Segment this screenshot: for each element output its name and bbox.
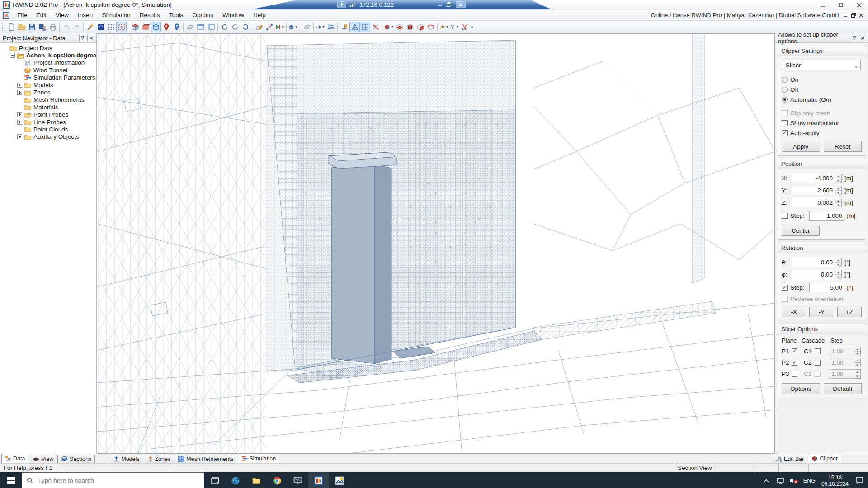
position-step-input[interactable]: 1.000 [809,211,844,221]
tree-item-auxiliary-objects[interactable]: Auxiliary Objects [0,133,96,141]
clipper-pin-icon[interactable] [851,35,858,41]
wind-tunnel-edit-icon[interactable] [140,22,151,32]
radio-automatic[interactable]: Automatic (On) [782,95,862,104]
model-box-icon[interactable] [151,22,161,32]
menu-window[interactable]: Window [218,10,249,20]
radio-on[interactable]: On [782,75,862,84]
chrome-icon[interactable] [267,472,288,488]
checkbox-icon[interactable] [792,360,797,366]
mdi-restore-icon[interactable] [851,12,856,19]
connect-icon[interactable] [264,22,274,32]
apply-button[interactable]: Apply [782,141,820,152]
rotation-theta-input[interactable]: 0.00 [792,258,835,267]
rdp-pin-icon[interactable] [337,1,346,8]
print-icon[interactable] [47,22,58,32]
tree-expander-icon[interactable] [17,134,22,139]
menu-tools[interactable]: Tools [165,10,188,20]
rwind-icon[interactable] [308,472,329,488]
file-explorer-icon[interactable] [246,472,267,488]
undo-icon[interactable] [61,22,71,32]
tree-item-project-information[interactable]: Project Information [0,59,96,66]
wizard-icon[interactable] [85,22,95,32]
rdp-restore-icon[interactable] [447,1,451,8]
rotate-2-icon[interactable] [230,22,240,32]
spinner[interactable]: ▲▼ [835,198,842,207]
tree-item-models[interactable]: Models [0,81,96,89]
run-simulation-icon[interactable]: ▼ [274,22,285,32]
menu-options[interactable]: Options [188,10,218,20]
radio-icon[interactable] [782,77,788,83]
radio-off[interactable]: Off [782,85,862,94]
menu-edit[interactable]: Edit [32,10,51,20]
tree-item-project-data[interactable]: Project Data [0,44,96,52]
tree-item-point-clouds[interactable]: Point Clouds [0,126,96,133]
tab-models[interactable]: Models [110,455,143,463]
position-z-input[interactable]: 0.002 [792,198,835,207]
menu-simulation[interactable]: Simulation [98,10,135,20]
menu-view[interactable]: View [51,10,73,20]
snap-grid-icon[interactable] [116,22,127,32]
cut-plane-2-icon[interactable] [460,22,470,32]
volume-muted-icon[interactable] [789,474,799,488]
mdi-close-icon[interactable] [859,12,863,19]
tab-clipper[interactable]: Clipper [808,454,841,463]
rotate-1-icon[interactable] [219,22,230,32]
language-indicator[interactable]: ENG [803,478,816,484]
spinner[interactable]: ▲▼ [854,369,861,379]
flow-arrow-icon[interactable]: ▼ [315,22,326,32]
redo-icon[interactable] [71,22,82,32]
rotation-phi-input[interactable]: 0.00 [792,270,835,279]
tab-view[interactable]: View [29,455,57,463]
mesh-clear-icon[interactable] [370,22,381,32]
checkbox-icon[interactable] [782,120,788,126]
minus-x-button[interactable]: -X [782,307,806,317]
menu-insert[interactable]: Insert [73,10,98,20]
plus-z-button[interactable]: +Z [837,307,862,317]
tree-item-achen-k-epsilon-degree-0[interactable]: Achen k epsilon degree 0 [0,52,96,59]
menu-help[interactable]: Help [249,10,270,20]
search-input[interactable] [38,477,187,484]
new-file-icon[interactable] [6,22,16,32]
tab-simulation[interactable]: Simulation [238,454,279,463]
tree-item-zones[interactable]: Zones [0,89,96,96]
action-center-icon[interactable] [854,474,864,488]
position-y-input[interactable]: 2.609 [792,186,835,195]
clip-rotate-icon[interactable] [425,22,436,32]
mdi-minimize-icon[interactable] [844,12,848,19]
rdp-minimize-icon[interactable] [438,1,442,8]
network-display-icon[interactable] [775,474,785,488]
center-button[interactable]: Center [782,225,820,236]
minus-y-button[interactable]: -Y [809,307,834,317]
tree-expander-icon[interactable] [17,120,22,125]
checkbox-auto-apply[interactable]: Auto-apply [782,128,862,137]
taskbar-clock[interactable]: 15:18 09.10.2024 [820,474,850,487]
task-view-icon[interactable] [204,472,225,488]
spinner[interactable]: ▲▼ [854,347,861,356]
spinner[interactable]: ▲▼ [835,186,842,195]
wind-tunnel-icon[interactable] [130,22,140,32]
save-icon[interactable] [27,22,37,32]
radio-icon[interactable] [782,87,788,93]
tree-expander-icon[interactable] [17,112,22,117]
default-button[interactable]: Default [824,383,862,394]
tree-expander-icon[interactable] [17,90,22,95]
maximize-icon[interactable] [832,0,850,10]
mesh-quad-icon[interactable] [360,22,370,32]
checkbox-icon[interactable] [815,360,821,366]
tab-edit-bar[interactable]: Edit Bar [772,455,807,463]
tab-mesh-refinements[interactable]: Mesh Refinements [175,455,237,463]
navigator-close-icon[interactable] [87,35,94,41]
spinner[interactable]: ▲▼ [835,258,842,267]
radio-icon[interactable] [782,97,788,103]
start-button[interactable] [0,472,22,488]
clipper-close-icon[interactable] [859,35,866,41]
clip-half-icon[interactable] [415,22,425,32]
monitor-app-icon[interactable] [288,472,308,488]
open-project-icon[interactable] [16,22,27,32]
tree-item-simulation-parameters[interactable]: Simulation Parameters [0,74,96,81]
mesh-tri-icon[interactable] [349,22,360,32]
viewport-3d[interactable] [97,33,775,454]
tab-zones[interactable]: Zones [144,455,175,463]
checkbox-icon[interactable] [782,213,788,219]
checkbox-icon[interactable] [792,348,797,354]
